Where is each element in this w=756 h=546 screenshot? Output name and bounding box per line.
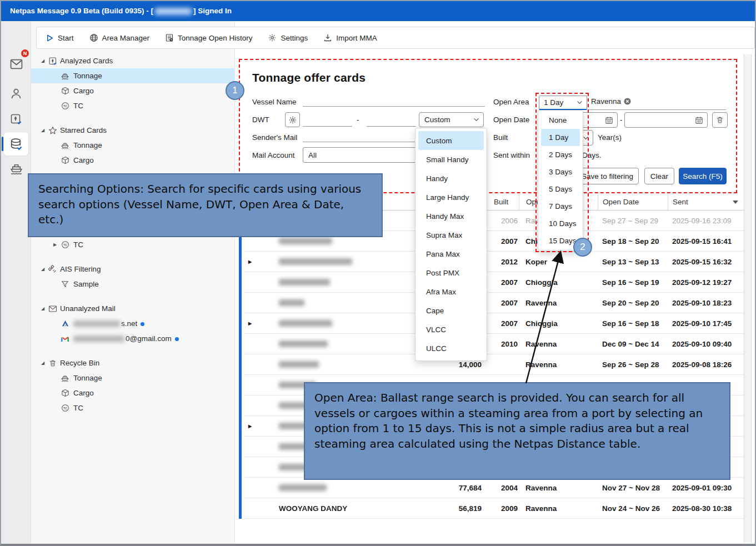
- calendar-icon[interactable]: [695, 116, 707, 124]
- vessel-name: WOOYANG DANDY: [279, 504, 347, 513]
- open-date-to-input[interactable]: [624, 112, 708, 128]
- table-row[interactable]: ▶2012KoperSep 13 ~ Sep 132025-09-15 16:3…: [244, 252, 744, 272]
- rail-item-vessels[interactable]: [4, 157, 28, 180]
- tc-icon: TC: [60, 101, 70, 111]
- cell-open-port: Ravenna: [519, 478, 598, 498]
- dropdown-option-post-pmx[interactable]: Post PMX: [418, 263, 484, 282]
- search-button[interactable]: Search (F5): [679, 168, 727, 184]
- dropdown-option-1-day[interactable]: 1 Day: [541, 129, 580, 146]
- dropdown-option-pana-max[interactable]: Pana Max: [418, 244, 484, 263]
- header-sent[interactable]: Sent: [668, 194, 744, 210]
- dropdown-option-handy[interactable]: Handy: [418, 169, 484, 188]
- sidebar-item-tonnage[interactable]: Tonnage: [31, 370, 234, 385]
- rail-item-analyzed-mail[interactable]: [4, 108, 28, 131]
- header-built[interactable]: Built: [483, 194, 519, 210]
- vertical-scrollbar[interactable]: [744, 54, 752, 543]
- save-to-filtering-button[interactable]: Save to filtering: [576, 168, 639, 184]
- open-area-select[interactable]: 1 Day: [539, 96, 587, 110]
- tree-expanded-icon[interactable]: ◢: [39, 58, 47, 63]
- dropdown-option-ulcc[interactable]: ULCC: [418, 339, 484, 358]
- dropdown-option-3-days[interactable]: 3 Days: [541, 163, 580, 181]
- dropdown-option-supra-max[interactable]: Supra Max: [418, 226, 484, 244]
- dropdown-option-7-days[interactable]: 7 Days: [541, 198, 580, 215]
- sidebar-item-s-net[interactable]: s.net: [31, 316, 234, 331]
- satellite-icon: [48, 264, 58, 274]
- contacts-icon: [9, 87, 23, 101]
- mail-icon: [9, 57, 23, 71]
- rail-item-mail[interactable]: N: [4, 52, 28, 76]
- vessel-name-input[interactable]: [303, 94, 485, 107]
- row-expand-icon: [244, 354, 256, 374]
- header-open-date[interactable]: Open Date: [598, 194, 668, 210]
- sidebar-item-0-gmail-com[interactable]: 0@gmail.com: [31, 331, 234, 346]
- table-row[interactable]: 77,6842004RavennaNov 27 ~ Nov 282025-09-…: [244, 478, 744, 498]
- dropdown-option-none[interactable]: None: [541, 112, 580, 129]
- vessel-size-select[interactable]: Custom: [419, 112, 484, 127]
- toolbar-button-area-manager[interactable]: Area Manager: [89, 33, 150, 42]
- tree-item-label: Tonnage: [73, 72, 102, 80]
- cell-vessel: WOOYANG DANDY: [256, 498, 415, 518]
- dropdown-option-2-days[interactable]: 2 Days: [541, 146, 580, 163]
- sidebar-group-unanalyzed-mail[interactable]: ◢Unanalyzed Mail: [31, 301, 234, 316]
- dropdown-option-5-days[interactable]: 5 Days: [541, 181, 580, 198]
- sort-desc-icon[interactable]: [733, 201, 738, 204]
- sidebar-item-tc[interactable]: TCTC: [31, 98, 234, 113]
- rail-item-contacts[interactable]: [4, 82, 28, 106]
- sidebar-item-tc[interactable]: ▶TCTC: [31, 237, 234, 252]
- sidebar-item-tc[interactable]: TCTC: [31, 400, 234, 415]
- dwt-settings-button[interactable]: [285, 112, 300, 127]
- dropdown-option-10-days[interactable]: 10 Days: [541, 215, 580, 232]
- sidebar-item-cargo[interactable]: Cargo: [31, 153, 234, 168]
- tree-item-label: AIS Filtering: [60, 265, 101, 273]
- mail-account-label: Mail Account: [252, 151, 295, 159]
- dropdown-option-cape[interactable]: Cape: [418, 301, 484, 320]
- tree-expanded-icon[interactable]: ◢: [39, 306, 47, 311]
- toolbar-button-settings[interactable]: Settings: [268, 33, 308, 42]
- tree-item-label: Tonnage: [73, 141, 102, 149]
- tree-expanded-icon[interactable]: ◢: [39, 128, 47, 133]
- sidebar-group-starred-cards[interactable]: ◢Starred Cards: [31, 123, 234, 138]
- sidebar-item-tonnage[interactable]: Tonnage: [31, 68, 234, 83]
- sidebar-item-cargo[interactable]: Cargo: [31, 385, 234, 400]
- table-row[interactable]: WOOYANG DANDY56,8192009RavennaNov 24 ~ N…: [244, 498, 744, 519]
- dwt-max-input[interactable]: [367, 114, 416, 127]
- toolbar-button-import-mma[interactable]: Import MMA: [323, 33, 377, 42]
- sidebar-item-cargo[interactable]: Cargo: [31, 83, 234, 98]
- tree-collapsed-icon[interactable]: ▶: [51, 242, 59, 247]
- toolbar-button-tonnage-open-history[interactable]: Tonnage Open History: [165, 33, 252, 42]
- table-row[interactable]: 2007RavennaSep 20 ~ Sep 202025-09-10 18:…: [244, 293, 744, 313]
- dropdown-option-afra-max[interactable]: Afra Max: [418, 282, 484, 301]
- dropdown-option-vlcc[interactable]: VLCC: [418, 320, 484, 339]
- sidebar-group-ais-filtering[interactable]: ◢AIS Filtering: [31, 262, 234, 277]
- notification-badge: N: [20, 48, 30, 58]
- cell-built: 2004: [483, 478, 519, 498]
- open-date-clear-button[interactable]: [712, 112, 728, 128]
- dropdown-option-custom[interactable]: Custom: [418, 131, 484, 150]
- sidebar-group-analyzed-cards[interactable]: ◢Analyzed Cards: [31, 53, 234, 68]
- row-expand-icon[interactable]: ▶: [244, 252, 256, 272]
- sidebar-item-tonnage[interactable]: Tonnage: [31, 138, 234, 153]
- table-row[interactable]: 2007ChioggiaSep 16 ~ Sep 192025-09-12 19…: [244, 272, 744, 293]
- titlebar[interactable]: Netpas Message 0.9 Beta (Build 0935) - […: [1, 1, 755, 21]
- sidebar-item-sample[interactable]: Sample: [31, 277, 234, 292]
- dropdown-option-handy-max[interactable]: Handy Max: [418, 207, 484, 226]
- table-row[interactable]: ▶2007ChioggiaSep 16 ~ Sep 182025-09-10 1…: [244, 313, 744, 334]
- svg-text:TC: TC: [63, 105, 67, 108]
- cell-open-port: Chioggia: [519, 313, 598, 333]
- tree-expanded-icon[interactable]: ◢: [39, 267, 47, 272]
- table-row[interactable]: 2010RavennaDec 09 ~ Dec 142025-09-10 09:…: [244, 334, 744, 354]
- row-expand-icon[interactable]: ▶: [244, 416, 256, 436]
- row-expand-icon[interactable]: ▶: [244, 313, 256, 333]
- open-area-input[interactable]: [589, 96, 726, 110]
- dropdown-option-large-handy[interactable]: Large Handy: [418, 188, 484, 207]
- calendar-icon[interactable]: [605, 116, 617, 124]
- rail-item-card-database[interactable]: [4, 132, 28, 156]
- sidebar-group-recycle-bin[interactable]: ◢Recycle Bin: [31, 355, 234, 370]
- toolbar-button-start[interactable]: Start: [46, 34, 74, 42]
- clear-button[interactable]: Clear: [644, 168, 674, 184]
- table-row[interactable]: 14,000RavennaSep 26 ~ Sep 282025-09-08 1…: [244, 354, 744, 375]
- dropdown-option-small-handy[interactable]: Small Handy: [418, 150, 484, 169]
- cell-built: 2007: [483, 293, 519, 313]
- tree-expanded-icon[interactable]: ◢: [39, 360, 47, 365]
- dwt-min-input[interactable]: [303, 114, 352, 127]
